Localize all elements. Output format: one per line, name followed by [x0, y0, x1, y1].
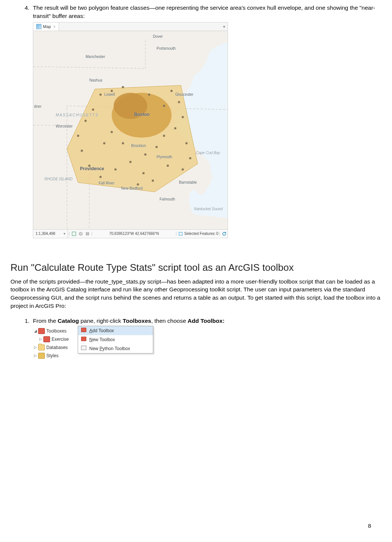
map-label-boston: Boston	[134, 111, 149, 118]
step-4-item: 4. The result will be two polygon featur…	[25, 4, 382, 20]
snap-icon[interactable]	[78, 231, 83, 236]
context-menu: Add Toolbox New Toolbox New Python Toolb…	[78, 326, 153, 353]
svg-point-9	[182, 116, 184, 118]
catalog-exercise-label: Exercise	[52, 336, 69, 343]
menu-add-toolbox[interactable]: Add Toolbox	[78, 326, 153, 335]
svg-rect-34	[72, 232, 76, 236]
map-label-nantucket: Nantucket Sound	[194, 207, 216, 211]
map-canvas[interactable]: Dover Portsmouth Manchester Nashua Lowel…	[33, 31, 228, 229]
svg-point-31	[142, 172, 145, 174]
catalog-databases-label: Databases	[46, 345, 68, 351]
svg-point-6	[122, 86, 124, 88]
map-label-plymouth: Plymouth	[157, 154, 172, 160]
svg-point-27	[103, 142, 105, 144]
map-scale-input[interactable]: 1:1,304,498 ▾	[33, 230, 68, 238]
grid-icon[interactable]	[85, 231, 90, 236]
svg-point-20	[92, 108, 94, 111]
svg-point-8	[178, 101, 180, 103]
svg-point-33	[182, 168, 184, 171]
toolbox-icon	[38, 328, 45, 334]
menu-new-toolbox[interactable]: New Toolbox	[78, 335, 153, 344]
map-label-portsmouth: Portsmouth	[157, 46, 176, 51]
map-label-capecod: Cape Cod Bay	[196, 151, 211, 155]
svg-point-32	[167, 165, 169, 167]
map-label-worcester: Worcester	[56, 124, 72, 129]
menu-new-python-toolbox[interactable]: New Python Toolbox	[78, 344, 153, 353]
catalog-pane: ◢ Toolboxes Add Toolbox New Toolbox New …	[33, 327, 167, 368]
expand-icon[interactable]: ◢	[33, 328, 38, 334]
svg-point-25	[122, 142, 124, 144]
map-tab[interactable]: Map ×	[33, 22, 59, 31]
map-tab-bar: Map × ▾	[33, 22, 228, 31]
styles-icon	[38, 353, 45, 359]
toolbox-icon	[43, 336, 50, 342]
svg-point-4	[99, 94, 102, 96]
svg-point-17	[81, 150, 83, 152]
add-toolbox-icon	[80, 328, 87, 334]
catalog-toolboxes-label: Toolboxes	[46, 328, 67, 334]
collapse-icon[interactable]: ▷	[33, 345, 38, 350]
map-label-newbedford: New Bedford	[121, 186, 136, 190]
intro-paragraph: One of the scripts provided—the route_ty…	[10, 278, 382, 310]
new-toolbox-icon	[80, 337, 87, 343]
map-label-dner: dner	[34, 104, 41, 109]
map-label-ri: RHODE ISLAND	[44, 177, 61, 181]
map-label-manchester: Manchester	[86, 54, 105, 59]
catalog-styles-label: Styles	[46, 353, 59, 359]
map-label-brockton: Brockton	[131, 143, 146, 148]
page-number: 8	[368, 522, 371, 530]
map-label-barnstable: Barnstable	[179, 180, 197, 185]
map-label-massachusetts: MASSACHUSETTS	[56, 113, 99, 118]
collapse-icon[interactable]: ▷	[33, 353, 38, 358]
map-svg	[33, 31, 228, 229]
svg-point-30	[174, 127, 176, 129]
svg-point-7	[170, 90, 173, 92]
svg-point-10	[163, 135, 165, 137]
svg-point-29	[148, 94, 150, 96]
map-tab-label: Map	[43, 24, 51, 30]
svg-point-21	[185, 142, 188, 144]
svg-point-12	[144, 153, 146, 156]
svg-point-18	[77, 135, 79, 137]
close-icon[interactable]: ×	[53, 24, 55, 30]
svg-point-11	[155, 146, 158, 148]
map-label-lowell: Lowell	[104, 92, 115, 97]
step-4-text: The result will be two polygon feature c…	[33, 4, 382, 20]
section-heading: Run "Calculate Route Type Stats" script …	[10, 261, 382, 274]
svg-point-36	[80, 233, 81, 234]
svg-point-19	[84, 120, 87, 122]
step-1-text: From the Catalog pane, right-click Toolb…	[33, 317, 225, 325]
step-1-number: 1.	[25, 317, 33, 325]
map-icon	[36, 24, 41, 29]
svg-point-26	[111, 131, 113, 133]
catalog-toolboxes-row[interactable]: ◢ Toolboxes Add Toolbox New Toolbox New …	[33, 327, 167, 335]
map-label-nashua: Nashua	[89, 78, 102, 83]
map-label-falmouth: Falmouth	[160, 197, 175, 202]
map-coords: 70.8395123°W 42.6427666°N	[93, 230, 175, 238]
step-1-item: 1. From the Catalog pane, right-click To…	[25, 317, 382, 325]
svg-rect-37	[179, 232, 182, 235]
map-label-providence: Providence	[80, 166, 104, 172]
map-label-fallriver: Fall River	[99, 181, 114, 186]
python-toolbox-icon	[80, 346, 87, 352]
selected-features-label: Selected Features:	[184, 231, 216, 236]
map-label-gloucester: Gloucester	[175, 92, 193, 97]
map-status-bar: 1:1,304,498 ▾ | | 70.8395123°W 42.642766…	[33, 229, 228, 238]
svg-point-23	[152, 180, 154, 182]
svg-point-14	[114, 168, 117, 171]
svg-point-13	[129, 161, 132, 163]
svg-point-28	[163, 105, 165, 107]
map-tab-menu-icon[interactable]: ▾	[221, 24, 228, 30]
collapse-icon[interactable]: ▷	[38, 337, 43, 342]
selection-icon[interactable]	[178, 231, 183, 236]
svg-point-22	[189, 157, 191, 159]
map-label-dover: Dover	[153, 34, 163, 39]
folder-icon	[38, 345, 45, 350]
svg-point-24	[137, 183, 139, 186]
step-4-number: 4.	[25, 4, 33, 20]
constraint-icon[interactable]	[71, 231, 77, 236]
refresh-icon[interactable]	[222, 231, 227, 236]
svg-point-15	[99, 176, 102, 178]
map-window: Map × ▾	[33, 22, 228, 238]
